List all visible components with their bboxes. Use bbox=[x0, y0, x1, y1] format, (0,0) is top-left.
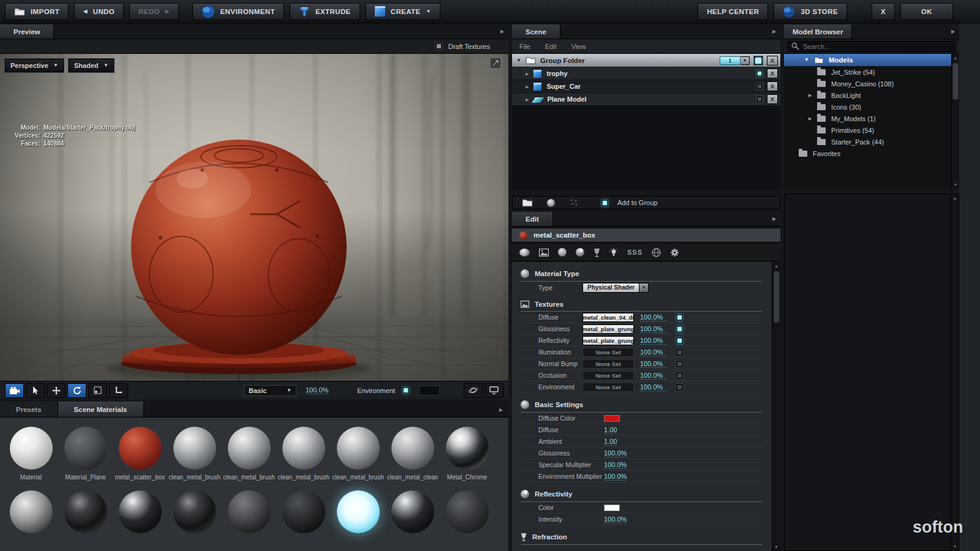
camera-mode-dropdown[interactable]: Perspective ▼ bbox=[5, 59, 64, 72]
new-folder-icon[interactable] bbox=[520, 197, 535, 208]
ok-button[interactable]: OK bbox=[900, 3, 953, 20]
import-button[interactable]: IMPORT bbox=[5, 3, 69, 20]
menu-item[interactable]: View bbox=[571, 43, 586, 50]
visibility-checkbox[interactable] bbox=[756, 96, 763, 103]
setting-value-link[interactable]: 100.0% bbox=[604, 515, 627, 523]
tab-preview[interactable]: Preview bbox=[0, 24, 54, 39]
model-browser-item[interactable]: ▶ BackLight bbox=[784, 89, 959, 101]
reflectivity-sphere-icon[interactable] bbox=[576, 248, 584, 257]
panel-collapse-icon[interactable]: ▶ bbox=[768, 24, 780, 39]
setting-value-link[interactable]: 100.0% bbox=[604, 473, 627, 481]
illumination-bulb-icon[interactable] bbox=[609, 248, 618, 257]
environment-checkbox[interactable] bbox=[402, 386, 410, 394]
favorites-row[interactable]: Favorites bbox=[784, 148, 959, 159]
model-browser-scrollbar[interactable]: ▲ ▼ bbox=[951, 54, 959, 189]
material-sphere[interactable] bbox=[10, 427, 53, 470]
texture-map-button[interactable]: None Set bbox=[582, 371, 634, 380]
environment-button[interactable]: ENVIRONMENT bbox=[192, 3, 284, 20]
display-icon-button[interactable] bbox=[484, 383, 503, 398]
expand-arrow-icon[interactable]: ▶ bbox=[526, 97, 529, 102]
material-item[interactable] bbox=[58, 490, 113, 538]
environment-sphere-icon[interactable] bbox=[652, 248, 661, 257]
texture-map-button[interactable]: metal_plate_grung bbox=[582, 324, 634, 334]
texture-enable-checkbox[interactable] bbox=[676, 372, 684, 380]
menu-item[interactable]: Edit bbox=[545, 43, 557, 50]
refraction-glass-icon[interactable] bbox=[594, 248, 600, 257]
material-sphere[interactable] bbox=[282, 490, 325, 533]
visibility-checkbox[interactable] bbox=[756, 83, 763, 90]
texture-enable-checkbox[interactable] bbox=[676, 337, 684, 345]
delete-object-button[interactable]: X bbox=[767, 81, 778, 91]
delete-group-button[interactable]: X bbox=[767, 56, 778, 66]
delete-object-button[interactable]: X bbox=[767, 94, 778, 104]
texture-map-button[interactable]: None Set bbox=[582, 359, 634, 369]
material-item[interactable] bbox=[331, 490, 385, 538]
advanced-gear-icon[interactable] bbox=[670, 248, 679, 257]
materials-tab[interactable]: Scene Materials bbox=[58, 402, 144, 417]
scroll-thumb[interactable] bbox=[952, 63, 959, 100]
model-browser-item[interactable]: ▶ Money_Casino (108) bbox=[784, 78, 959, 89]
scroll-thumb[interactable] bbox=[774, 271, 780, 323]
create-button[interactable]: CREATE ▼ bbox=[366, 3, 440, 20]
scene-object-row[interactable]: ▶ trophy X bbox=[512, 67, 780, 80]
panel-collapse-icon[interactable]: ▶ bbox=[768, 212, 780, 226]
zoom-level-link[interactable]: 100.0% bbox=[306, 386, 328, 394]
material-sphere[interactable] bbox=[446, 427, 489, 470]
material-sphere-icon[interactable] bbox=[543, 197, 558, 208]
material-sphere[interactable] bbox=[446, 490, 489, 533]
delete-object-button[interactable]: X bbox=[767, 69, 778, 78]
color-swatch[interactable] bbox=[604, 504, 620, 511]
scroll-down-icon[interactable]: ▼ bbox=[951, 542, 959, 550]
draft-textures-checkbox[interactable] bbox=[435, 42, 443, 50]
texture-amount-link[interactable]: 100.0% bbox=[640, 372, 667, 380]
scatter-icon[interactable] bbox=[567, 197, 581, 208]
shading-mode-dropdown[interactable]: Shaded ▼ bbox=[69, 59, 114, 72]
texture-amount-link[interactable]: 100.0% bbox=[640, 348, 667, 356]
texture-enable-checkbox[interactable] bbox=[676, 383, 684, 391]
panel-collapse-icon[interactable]: ▶ bbox=[494, 402, 508, 418]
chevron-down-icon[interactable]: ▼ bbox=[741, 56, 750, 65]
material-item[interactable] bbox=[440, 490, 494, 538]
material-item[interactable]: metal_scatter_box bbox=[113, 427, 167, 481]
scene-object-row[interactable]: ▶ Super_Car X bbox=[512, 80, 780, 92]
scroll-down-icon[interactable]: ▼ bbox=[952, 181, 959, 189]
material-sphere[interactable] bbox=[337, 490, 380, 533]
models-root-row[interactable]: ▼ Models bbox=[784, 54, 951, 66]
material-item[interactable] bbox=[276, 490, 331, 538]
texture-enable-checkbox[interactable] bbox=[676, 348, 684, 356]
shader-type-dropdown[interactable]: Physical Shader ▼ bbox=[582, 283, 649, 293]
model-browser-item[interactable]: ▶ Jet_Strike (54) bbox=[784, 66, 959, 78]
model-browser-item[interactable]: ▶ Starter_Pack (44) bbox=[784, 136, 959, 148]
scene-group-row[interactable]: ▼ Group Folder 1 ▼ X bbox=[512, 54, 780, 67]
store-button[interactable]: 3D STORE bbox=[774, 3, 847, 20]
environment-color-swatch[interactable] bbox=[419, 386, 440, 395]
texture-amount-link[interactable]: 100.0% bbox=[640, 337, 667, 345]
select-tool-button[interactable] bbox=[26, 383, 45, 398]
panel-collapse-icon[interactable]: ▶ bbox=[947, 24, 959, 39]
texture-map-button[interactable]: None Set bbox=[582, 383, 634, 392]
material-item[interactable]: Material bbox=[4, 427, 58, 481]
material-item[interactable] bbox=[385, 490, 440, 538]
tab-edit[interactable]: Edit bbox=[512, 212, 553, 226]
texture-amount-link[interactable]: 100.0% bbox=[640, 383, 667, 391]
material-item[interactable]: clean_metal_clean bbox=[385, 427, 440, 481]
setting-value-link[interactable]: 1.00 bbox=[604, 438, 617, 446]
texture-map-button[interactable]: metal_clean_04_di bbox=[582, 313, 634, 322]
material-item[interactable] bbox=[167, 490, 222, 538]
rotate-tool-button[interactable] bbox=[67, 383, 86, 398]
model-browser-item[interactable]: ▶ Icons (30) bbox=[784, 101, 959, 113]
material-sphere[interactable] bbox=[64, 490, 107, 533]
redo-button[interactable]: REDO ▶ bbox=[129, 3, 178, 20]
camera-tool-button[interactable] bbox=[5, 383, 24, 398]
texture-amount-link[interactable]: 100.0% bbox=[640, 360, 667, 368]
axis-tool-button[interactable] bbox=[109, 383, 128, 398]
frame-tool-button[interactable] bbox=[88, 383, 107, 398]
setting-value-link[interactable]: 100.0% bbox=[604, 461, 627, 469]
material-sphere[interactable] bbox=[282, 427, 325, 470]
material-item[interactable] bbox=[4, 490, 58, 538]
texture-enable-checkbox[interactable] bbox=[676, 360, 684, 368]
texture-amount-link[interactable]: 100.0% bbox=[640, 325, 667, 333]
texture-amount-link[interactable]: 100.0% bbox=[640, 313, 667, 321]
group-count-field[interactable]: 1 bbox=[720, 56, 741, 65]
menu-item[interactable]: File bbox=[519, 43, 530, 50]
